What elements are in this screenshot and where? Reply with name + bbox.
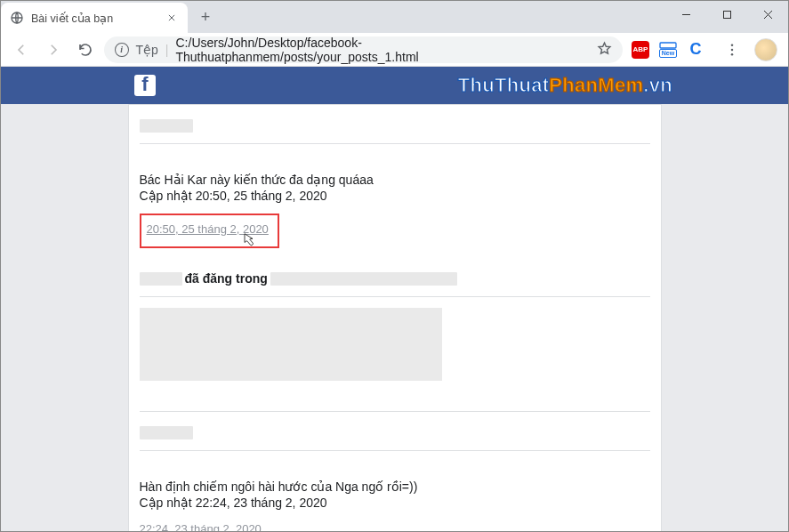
post-update-time: Cập nhật 20:50, 25 tháng 2, 2020 <box>140 187 650 203</box>
omnibox[interactable]: i Tệp | C:/Users/John/Desktop/facebook-T… <box>104 36 623 63</box>
cursor-pointer-icon <box>239 231 255 251</box>
browser-tab-strip: Bài viết của bạn + <box>1 1 788 33</box>
bookmark-star-icon[interactable] <box>597 41 612 59</box>
watermark-text: ThuThuatPhanMem.vn <box>458 74 672 97</box>
post-divider <box>140 450 650 451</box>
address-bar-row: i Tệp | C:/Users/John/Desktop/facebook-T… <box>1 33 788 67</box>
forward-button[interactable] <box>40 36 67 63</box>
highlighted-timestamp-box: 20:50, 25 tháng 2, 2020 <box>140 214 279 248</box>
post-separator <box>140 411 650 412</box>
post-action-text: đã đăng trong <box>185 271 268 286</box>
browser-tab-active[interactable]: Bài viết của bạn <box>1 3 188 33</box>
author-name-redacted <box>140 426 193 439</box>
close-window-button[interactable] <box>747 1 788 28</box>
adblock-icon[interactable]: ABP <box>632 41 649 59</box>
tab-title: Bài viết của bạn <box>31 12 113 25</box>
post-text: Bác Hải Kar này kiến thức đa dạng quáaa <box>140 155 650 187</box>
post-timestamp: 22:24, 23 tháng 2, 2020 <box>140 522 650 532</box>
close-tab-icon[interactable] <box>165 11 179 25</box>
extension-c-icon[interactable]: C <box>687 40 704 59</box>
group-name-redacted <box>270 272 457 286</box>
svg-point-4 <box>731 48 734 51</box>
facebook-header-bar: f ThuThuatPhanMem.vn <box>1 67 788 104</box>
minimize-button[interactable] <box>665 1 706 28</box>
post-text: Hàn định chiếm ngôi hài hước của Nga ngố… <box>140 462 650 494</box>
post-item: Hàn định chiếm ngôi hài hước của Nga ngố… <box>140 423 650 532</box>
maximize-button[interactable] <box>706 1 747 28</box>
reload-button[interactable] <box>72 36 99 63</box>
post-header: đã đăng trong <box>140 271 650 286</box>
post-content-redacted <box>140 308 442 381</box>
page-content: f ThuThuatPhanMem.vn Bác Hải Kar này kiế… <box>1 67 788 532</box>
new-tab-button[interactable]: + <box>193 4 218 29</box>
url-scheme-label: Tệp <box>136 43 158 57</box>
svg-rect-2 <box>660 43 676 48</box>
url-separator: | <box>165 43 169 57</box>
post-divider <box>140 143 650 144</box>
facebook-logo-icon[interactable]: f <box>134 75 156 96</box>
url-path: C:/Users/John/Desktop/facebook-Thuthuatp… <box>176 36 591 64</box>
browser-menu-button[interactable] <box>719 36 745 63</box>
posts-feed: Bác Hải Kar này kiến thức đa dạng quáaa … <box>128 104 662 532</box>
site-info-icon[interactable]: i <box>115 43 129 57</box>
post-item: đã đăng trong <box>140 262 650 395</box>
extension-icons: ABP New C <box>628 36 781 63</box>
post-divider <box>140 296 650 297</box>
svg-point-3 <box>731 44 734 46</box>
svg-rect-1 <box>723 11 730 18</box>
profile-avatar[interactable] <box>754 38 777 61</box>
globe-icon <box>10 11 24 25</box>
extension-new-icon[interactable]: New <box>658 42 678 58</box>
post-item: Bác Hải Kar này kiến thức đa dạng quáaa … <box>140 116 650 262</box>
author-name-redacted <box>140 272 182 286</box>
window-controls <box>665 1 788 33</box>
back-button[interactable] <box>8 36 35 63</box>
post-update-time: Cập nhật 22:24, 23 tháng 2, 2020 <box>140 494 650 510</box>
svg-point-5 <box>731 52 734 55</box>
author-name-redacted <box>140 119 193 133</box>
